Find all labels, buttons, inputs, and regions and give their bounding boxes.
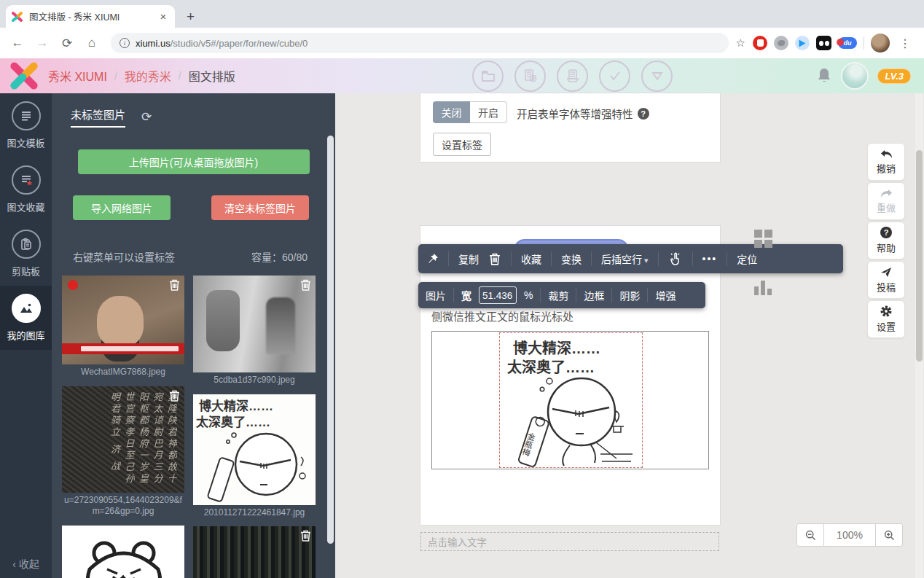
delete-image-icon[interactable] [299,529,312,542]
crop-button[interactable]: 裁剪 [548,288,568,302]
svg-text:博大精深……: 博大精深…… [199,399,273,413]
toggle-off-button[interactable]: 关闭 [433,101,470,123]
refresh-icon[interactable]: ⟳ [141,109,152,125]
enhance-button[interactable]: 增强 [655,288,676,302]
triangle-down-icon[interactable] [641,60,673,92]
image-properties-toolbar: 图片 宽 % 裁剪 边框 阴影 增强 [418,282,705,308]
breadcrumb-brand[interactable]: 秀米 XIUMI [48,67,107,85]
width-label: 宽 [461,288,471,302]
action-label: 撤销 [877,161,896,175]
help-question-icon[interactable]: ? [638,108,649,120]
url-bar[interactable]: i xiumi.us/studio/v5#/paper/for/new/cube… [111,33,729,53]
reload-icon[interactable]: ⟳ [57,33,77,53]
width-input[interactable] [479,286,517,304]
image-filename: WechatIMG7868.jpeg [62,367,184,378]
sidebar-item-my-gallery[interactable]: 我的图库 [0,286,52,350]
url-text: xiumi.us/studio/v5#/paper/for/new/cube/0 [136,38,308,49]
breadcrumb-separator: / [114,70,117,82]
sidebar-item-templates[interactable]: 图文模板 [0,93,52,157]
image-thumbnail[interactable]: 亥隆陕君神都故十宛太谅尉巴月三分阳枢郡杨府一岁皇世宫察孝日至己孙明君骑立 济 战 [62,386,184,493]
gesture-hand-icon[interactable] [668,251,683,266]
left-icon-sidebar: 图文模板 图文收藏 剪贴板 我的图库 ‹ 收起 [0,93,52,578]
sidebar-item-label: 剪贴板 [12,264,40,278]
clipboard-icon [12,230,41,259]
new-tab-button[interactable]: + [187,9,195,25]
image-container[interactable]: 博大精深…… 太深奥了…… 金瓶梅 [431,331,709,469]
browser-tabstrip: 图文排版 - 秀米 XIUMI × + [0,0,924,28]
import-web-image-button[interactable]: 导入网络图片 [73,195,171,220]
undo-button[interactable]: 撤销 [867,143,905,181]
sidebar-item-clipboard[interactable]: 剪贴板 [0,222,52,286]
folder-icon[interactable] [472,60,504,92]
svg-text:博大精深……: 博大精深…… [513,340,600,356]
layout-grid-icon[interactable] [754,230,772,248]
home-icon[interactable]: ⌂ [82,33,102,53]
twitter-extension-icon[interactable] [795,36,810,50]
browser-profile-avatar[interactable] [871,34,890,52]
zoom-level-value: 100% [824,523,875,547]
shadow-button[interactable]: 阴影 [619,288,640,302]
clear-untagged-button[interactable]: 清空未标签图片 [211,195,309,220]
gear-icon [880,305,892,317]
divider [864,36,864,50]
collapse-sidebar-button[interactable]: ‹ 收起 [0,556,52,571]
breadcrumb-my-xiumi[interactable]: 我的秀米 [125,67,171,85]
tab-close-icon[interactable]: × [157,10,169,23]
export-doc-icon[interactable] [514,60,546,92]
delete-image-icon[interactable] [168,278,181,292]
set-tag-button[interactable]: 设置标签 [433,133,491,156]
redo-button[interactable]: 重做 [867,182,905,220]
sidebar-item-favorites[interactable]: 图文收藏 [0,157,52,222]
image-thumbnail[interactable] [193,526,316,578]
image-thumbnail[interactable]: 博大精深…… 太深奥了…… [193,394,316,505]
image-thumbnail[interactable] [193,276,316,372]
print-icon[interactable] [557,60,588,92]
user-avatar[interactable] [841,62,869,90]
insert-blank-line-button[interactable]: 后插空行▾ [601,251,649,266]
bookmark-star-icon[interactable]: ☆ [736,36,745,50]
forward-icon[interactable]: → [32,33,52,53]
baidu-extension-icon[interactable]: du [838,37,857,49]
stone-rubbing-glyphs: 亥隆陕君神都故十宛太谅尉巴月三分阳枢郡杨府一岁皇世宫察孝日至己孙明君骑立 济 战 [68,392,179,487]
panel-scrollbar[interactable] [327,136,334,544]
weibo-extension-icon[interactable] [774,36,788,50]
bar-chart-icon[interactable] [754,279,773,295]
browser-menu-icon[interactable]: ⋮ [896,36,914,50]
delete-icon[interactable] [488,252,501,266]
locate-button[interactable]: 定位 [737,251,757,266]
adblock-extension-icon[interactable] [753,36,767,50]
submit-button[interactable]: 投稿 [867,261,905,299]
tab-title: 图文排版 - 秀米 XIUMI [29,9,152,23]
image-filename: 5cdba1d37c990.jpeg [193,375,316,386]
zoom-in-button[interactable] [875,523,903,547]
image-thumbnail[interactable] [62,276,184,364]
browser-tab[interactable]: 图文排版 - 秀米 XIUMI × [6,5,175,28]
tab-untagged-images[interactable]: 未标签图片 [71,106,125,128]
zoom-controls: 100% [796,523,903,547]
pin-icon[interactable] [427,253,439,265]
chevron-left-icon: ‹ [12,558,16,570]
help-button[interactable]: ? 帮助 [867,222,905,259]
site-info-icon[interactable]: i [120,38,130,48]
delete-image-icon[interactable] [168,389,181,402]
enhance-settings-card: 关闭 开启 开启表单字体等增强特性 ? 设置标签 [420,93,720,162]
text-input-placeholder[interactable]: 点击输入文字 [420,532,719,551]
toggle-on-button[interactable]: 开启 [470,101,507,123]
canvas-scrollbar-thumb[interactable] [916,150,923,362]
image-thumbnail[interactable] [62,526,184,578]
border-button[interactable]: 边框 [584,288,604,302]
header-action-icons [472,58,673,93]
settings-button[interactable]: 设置 [867,300,905,338]
back-icon[interactable]: ← [7,33,28,53]
check-icon[interactable] [599,60,630,92]
panda-extension-icon[interactable] [816,36,831,50]
favorite-button[interactable]: 收藏 [521,251,541,266]
more-options-button[interactable]: ••• [702,253,718,265]
zoom-out-button[interactable] [796,523,824,547]
selected-image-outline[interactable]: 博大精深…… 太深奥了…… 金瓶梅 [499,332,643,468]
delete-image-icon[interactable] [299,278,312,292]
upload-images-button[interactable]: 上传图片(可从桌面拖放图片) [78,149,310,174]
copy-button[interactable]: 复制 [458,251,479,266]
transform-button[interactable]: 变换 [561,251,582,266]
notification-bell-icon[interactable] [816,67,832,85]
